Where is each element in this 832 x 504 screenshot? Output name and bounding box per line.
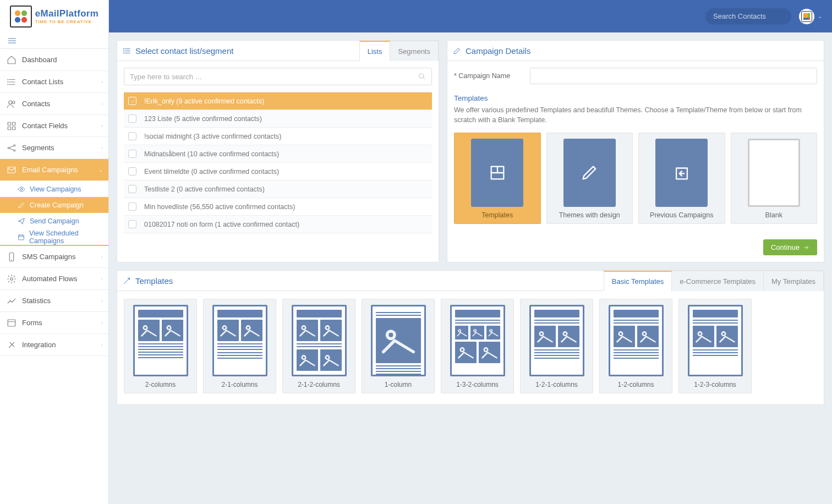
list-icon [7, 77, 17, 87]
list-row[interactable]: 01082017 noti on form (1 active confirme… [124, 216, 432, 233]
template-label: 1-2-3-columns [694, 381, 736, 388]
sidebar-item-contact-fields[interactable]: Contact Fields › [0, 115, 108, 137]
sidebar-item-sms-campaigns[interactable]: SMS Campaigns › [0, 246, 108, 268]
menu-icon [8, 37, 17, 44]
svg-point-64 [721, 332, 725, 336]
sidebar-sub-view-scheduled[interactable]: View Scheduled Campaigns [0, 229, 108, 245]
checkbox[interactable] [128, 97, 136, 105]
checkbox[interactable] [128, 150, 136, 158]
template-card[interactable]: 1-2-3-columns [678, 299, 752, 393]
svg-rect-24 [19, 235, 24, 240]
sidebar-sub-label: View Campaigns [30, 185, 81, 193]
sidebar-item-automated-flows[interactable]: Automated Flows › [0, 268, 108, 290]
svg-point-54 [458, 330, 461, 332]
template-card[interactable]: 1-2-1-columns [520, 299, 593, 393]
sidebar-item-label: Integration [22, 341, 56, 349]
campaign-name-input[interactable] [530, 68, 817, 84]
list-row-label: Min hovedliste (56,550 active confirmed … [144, 203, 295, 211]
list-row-label: Midnatsåbent (10 active confirmed contac… [144, 150, 279, 158]
sidebar-item-email-campaigns[interactable]: Email Campaigns ⌄ [0, 159, 108, 181]
svg-point-23 [20, 188, 23, 190]
template-card[interactable]: 2-columns [124, 299, 197, 393]
svg-point-63 [698, 332, 702, 336]
card-previous[interactable]: Previous Campaigns [638, 133, 725, 224]
svg-rect-31 [8, 320, 15, 326]
svg-point-60 [563, 332, 567, 336]
list-row[interactable]: !social midnight (3 active confirmed con… [124, 128, 432, 145]
list-row-label: Testliste 2 (0 active confirmed contacts… [144, 185, 265, 193]
sidebar-item-label: Contact Fields [22, 122, 68, 130]
list-row[interactable]: 123 Liste (5 active confirmed contacts) [124, 110, 432, 128]
sidebar-item-contacts[interactable]: Contacts › [0, 93, 108, 115]
continue-button[interactable]: Continue [763, 239, 817, 255]
global-search[interactable] [705, 8, 791, 25]
sidebar-sub-view-campaigns[interactable]: View Campaigns [0, 181, 108, 197]
sidebar-sub-create-campaign[interactable]: Create Campaign [0, 197, 108, 213]
tab-basic-templates[interactable]: Basic Templates [604, 271, 672, 291]
svg-point-49 [302, 326, 305, 330]
template-thumb [133, 305, 188, 376]
search-input[interactable] [713, 12, 806, 20]
svg-point-53 [387, 331, 395, 339]
list-row-label: !social midnight (3 active confirmed con… [144, 133, 281, 140]
svg-point-56 [490, 330, 492, 332]
tab-my-templates[interactable]: My Templates [764, 271, 824, 291]
chevron-right-icon: › [101, 123, 103, 129]
checkbox[interactable] [128, 132, 136, 140]
template-card[interactable]: 1-3-2-columns [441, 299, 514, 393]
svg-point-55 [474, 330, 476, 332]
svg-point-9 [8, 81, 8, 82]
sidebar-item-contact-lists[interactable]: Contact Lists › [0, 71, 108, 93]
sidebar-item-statistics[interactable]: Statistics › [0, 290, 108, 312]
template-card[interactable]: 2-1-columns [203, 299, 276, 393]
list-row-label: Event tilmeldte (0 active confirmed cont… [144, 168, 279, 176]
tab-ecommerce-templates[interactable]: e-Commerce Templates [672, 271, 764, 291]
chevron-right-icon: › [101, 298, 103, 304]
template-card[interactable]: 1-2-columns [599, 299, 672, 393]
logo[interactable]: eMailPlatform TIME TO BE CREATIVE [0, 0, 109, 32]
svg-point-58 [484, 348, 488, 352]
checkbox[interactable] [128, 114, 136, 123]
sidebar-item-label: Email Campaigns [22, 166, 78, 174]
edit-icon [18, 201, 25, 209]
list-search-input[interactable] [130, 73, 418, 81]
panel-title: Campaign Details [466, 46, 530, 56]
svg-rect-15 [8, 127, 10, 129]
svg-rect-22 [8, 167, 15, 173]
chevron-right-icon: › [101, 79, 103, 85]
list-search[interactable] [124, 68, 432, 85]
sidebar-item-integration[interactable]: Integration › [0, 334, 108, 356]
contact-list-panel: Select contact list/segment Lists Segmen… [117, 40, 439, 262]
sidebar-item-segments[interactable]: Segments › [0, 137, 108, 159]
user-menu[interactable]: ⌄ [799, 9, 822, 24]
card-themes[interactable]: Themes with design [546, 133, 633, 224]
template-thumb [371, 305, 426, 376]
card-templates[interactable]: Templates [454, 133, 541, 224]
list-row[interactable]: Event tilmeldte (0 active confirmed cont… [124, 163, 432, 180]
list-row[interactable]: Midnatsåbent (10 active confirmed contac… [124, 145, 432, 163]
sidebar-item-dashboard[interactable]: Dashboard [0, 49, 108, 71]
tab-segments[interactable]: Segments [390, 41, 439, 61]
wand-icon [123, 277, 131, 285]
card-label: Blank [765, 211, 782, 219]
sidebar-item-forms[interactable]: Forms › [0, 312, 108, 334]
template-card[interactable]: 1-column [362, 299, 435, 393]
card-blank[interactable]: Blank [731, 133, 818, 224]
template-thumb [292, 305, 347, 376]
list-row[interactable]: Min hovedliste (56,550 active confirmed … [124, 198, 432, 216]
checkbox[interactable] [128, 185, 136, 193]
template-label: 1-3-2-columns [456, 381, 499, 388]
template-card[interactable]: 2-1-2-columns [282, 299, 355, 393]
svg-rect-16 [13, 127, 15, 129]
checkbox[interactable] [128, 167, 136, 176]
list-row[interactable]: !Erik_only (9 active confirmed contacts) [124, 92, 432, 110]
list-row[interactable]: Testliste 2 (0 active confirmed contacts… [124, 180, 432, 198]
sidebar-toggle[interactable] [0, 32, 108, 49]
checkbox[interactable] [128, 202, 136, 211]
sidebar-sub-send-campaign[interactable]: Send Campaign [0, 213, 108, 229]
svg-point-45 [143, 326, 147, 330]
svg-point-52 [325, 355, 329, 359]
tab-lists[interactable]: Lists [359, 41, 391, 61]
checkbox[interactable] [128, 220, 136, 228]
list-row-label: 01082017 noti on form (1 active confirme… [144, 221, 299, 228]
